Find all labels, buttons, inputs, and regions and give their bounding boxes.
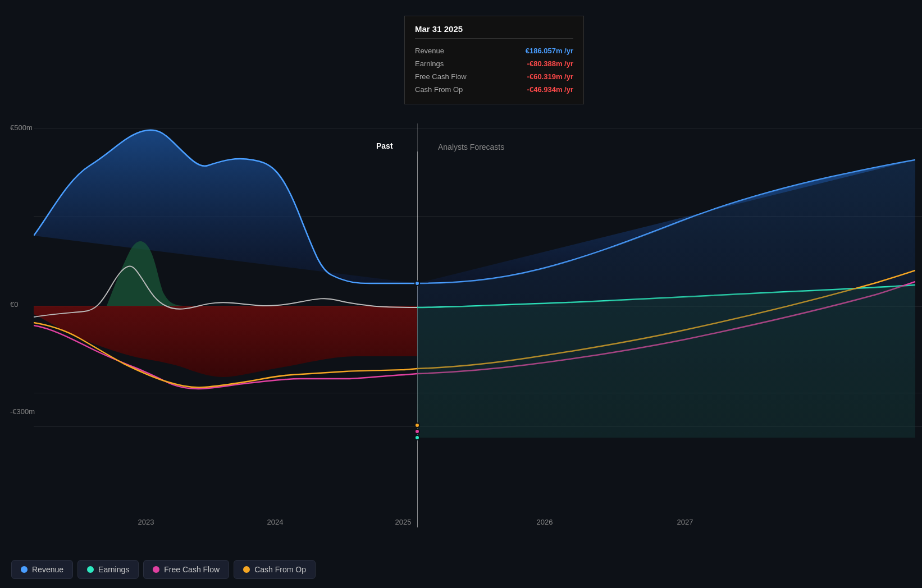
x-label-2026: 2026 (537, 518, 553, 526)
x-label-2023: 2023 (138, 518, 154, 526)
legend-label-revenue: Revenue (32, 565, 63, 574)
legend: Revenue Earnings Free Cash Flow Cash Fro… (11, 560, 316, 579)
x-label-2024: 2024 (267, 518, 284, 526)
dot-cashfromop (414, 422, 420, 428)
dot-earnings (414, 435, 420, 440)
legend-dot-fcf (153, 566, 159, 573)
tooltip-row-cashfromop: Cash From Op -€46.934m /yr (415, 83, 573, 96)
legend-dot-revenue (21, 566, 28, 573)
legend-item-fcf[interactable]: Free Cash Flow (143, 560, 229, 579)
tooltip-label-earnings: Earnings (415, 59, 444, 68)
legend-label-earnings: Earnings (98, 565, 129, 574)
tooltip-label-fcf: Free Cash Flow (415, 72, 467, 81)
tooltip-row-earnings: Earnings -€80.388m /yr (415, 57, 573, 70)
legend-dot-cashfromop (243, 566, 250, 573)
x-label-2027: 2027 (677, 518, 693, 526)
legend-item-earnings[interactable]: Earnings (77, 560, 139, 579)
tooltip-label-revenue: Revenue (415, 47, 444, 55)
tooltip-value-fcf: -€60.319m /yr (527, 72, 573, 81)
y-label-minus300m: -€300m (10, 407, 35, 416)
x-label-2025: 2025 (395, 518, 412, 526)
chart-svg (34, 123, 915, 438)
legend-item-cashfromop[interactable]: Cash From Op (234, 560, 316, 579)
legend-label-fcf: Free Cash Flow (164, 565, 220, 574)
chart-container: €500m €0 -€300m Past Analysts Forecasts (0, 0, 922, 588)
tooltip-label-cashfromop: Cash From Op (415, 85, 463, 94)
legend-label-cashfromop: Cash From Op (254, 565, 306, 574)
tooltip-value-cashfromop: -€46.934m /yr (527, 85, 573, 94)
y-label-500m: €500m (10, 123, 33, 132)
legend-item-revenue[interactable]: Revenue (11, 560, 73, 579)
tooltip-row-fcf: Free Cash Flow -€60.319m /yr (415, 70, 573, 83)
tooltip-value-earnings: -€80.388m /yr (527, 59, 573, 68)
legend-dot-earnings (87, 566, 94, 573)
tooltip-row-revenue: Revenue €186.057m /yr (415, 44, 573, 57)
tooltip-date: Mar 31 2025 (415, 24, 573, 39)
tooltip: Mar 31 2025 Revenue €186.057m /yr Earnin… (404, 16, 584, 104)
y-label-0: €0 (10, 300, 18, 309)
dot-fcf (414, 429, 420, 434)
dot-revenue (414, 281, 420, 286)
tooltip-value-revenue: €186.057m /yr (526, 47, 573, 55)
